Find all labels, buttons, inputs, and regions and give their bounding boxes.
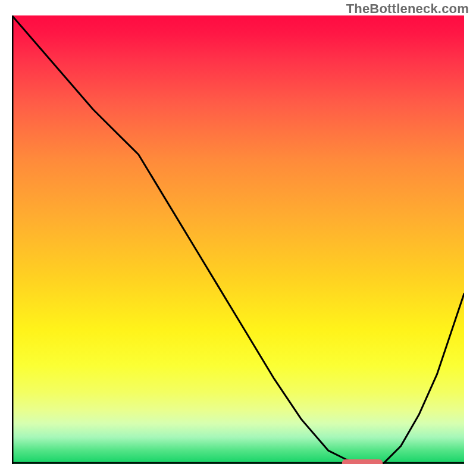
bottleneck-chart: TheBottleneck.com xyxy=(0,0,476,476)
chart-svg xyxy=(12,15,464,464)
watermark-text: TheBottleneck.com xyxy=(346,1,469,17)
bottleneck-curve-line xyxy=(12,15,464,464)
optimal-range-marker xyxy=(342,459,383,464)
plot-area xyxy=(12,15,464,464)
